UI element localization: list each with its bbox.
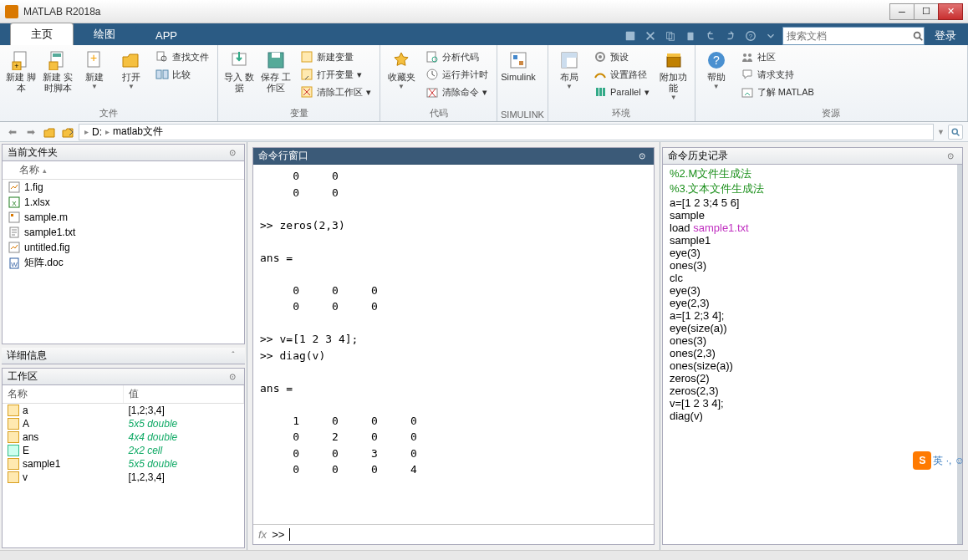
file-row[interactable]: sample1.txt [3, 225, 244, 240]
import-data-button[interactable]: 导入 数据 [222, 47, 257, 97]
support-button[interactable]: 请求支持 [737, 66, 818, 83]
back-button[interactable]: ⬅ [5, 125, 20, 140]
history-line[interactable]: eye(3) [666, 284, 954, 297]
open-var-button[interactable]: 打开变量 ▾ [297, 66, 374, 83]
new-script-button[interactable]: + 新建 脚本 [3, 47, 38, 97]
tab-plots[interactable]: 绘图 [74, 23, 135, 45]
compare-button[interactable]: 比较 [152, 66, 212, 83]
path-drive[interactable]: D: [92, 126, 102, 138]
history-line[interactable]: ones(size(a)) [666, 359, 954, 372]
command-output[interactable]: 0 0 0 0 >> zeros(2,3) ans = 0 0 0 0 0 0 … [253, 165, 654, 524]
details-panel[interactable]: 详细信息 ˆ [2, 348, 245, 364]
clear-cmd-button[interactable]: 清除命令 ▾ [422, 84, 492, 100]
details-expand-icon[interactable]: ˆ [227, 349, 240, 363]
file-row[interactable]: sample.m [3, 210, 244, 225]
workspace-row[interactable]: sample15x5 double [3, 457, 244, 471]
command-prompt-row[interactable]: fx >> [253, 524, 654, 544]
history-line[interactable]: ones(3) [666, 334, 954, 347]
undo-icon[interactable] [702, 28, 719, 44]
help-button[interactable]: ? 帮助 ▼ [699, 47, 734, 94]
workspace-header[interactable]: 名称 值 [3, 385, 244, 404]
workspace-row[interactable]: A5x5 double [3, 417, 244, 430]
history-line[interactable]: sample1 [666, 234, 954, 247]
command-window-header[interactable]: 命令行窗口 ⊙ [253, 148, 654, 165]
close-button[interactable]: ✕ [938, 3, 963, 20]
file-row[interactable]: 1.fig [3, 180, 244, 195]
ime-text: 英 ·, ☺ [933, 454, 965, 468]
folder-header[interactable]: 名称 ▴ [3, 161, 244, 180]
minimize-button[interactable]: ─ [889, 3, 915, 20]
runtime-button[interactable]: 运行并计时 [422, 66, 492, 83]
history-line[interactable]: ones(3) [666, 259, 954, 272]
new-button[interactable]: + 新建 ▼ [77, 47, 112, 94]
path-folder[interactable]: matlab文件 [113, 125, 163, 139]
workspace-row[interactable]: E2x2 cell [3, 444, 244, 457]
paste-icon[interactable] [682, 28, 699, 44]
history-line[interactable]: zeros(2,3) [666, 384, 954, 397]
learn-button[interactable]: 了解 MATLAB [737, 84, 818, 100]
setpath-button[interactable]: 设置路径 [590, 66, 653, 83]
save-workspace-button[interactable]: 保存 工作区 [258, 47, 293, 97]
browse-button[interactable] [60, 125, 75, 140]
tab-apps[interactable]: APP [135, 26, 197, 45]
tab-home[interactable]: 主页 [10, 23, 74, 45]
history-body[interactable]: %2.M文件生成法%3.文本文件生成法a=[1 2 3;4 5 6]sample… [663, 165, 962, 544]
workspace-row[interactable]: ans4x4 double [3, 430, 244, 444]
file-row[interactable]: W矩阵.doc [3, 255, 244, 271]
forward-button[interactable]: ➡ [23, 125, 38, 140]
fx-icon[interactable]: fx [258, 528, 267, 541]
history-line[interactable]: ones(2,3) [666, 347, 954, 359]
panel-menu-button[interactable]: ⊙ [226, 370, 239, 384]
favorites-button[interactable]: 收藏夹 ▼ [384, 47, 419, 94]
history-line[interactable]: load sample1.txt [666, 221, 954, 234]
history-line[interactable]: diag(v) [666, 410, 954, 422]
analyze-button[interactable]: 分析代码 [422, 48, 492, 65]
panel-menu-button[interactable]: ⊙ [944, 150, 957, 163]
history-line[interactable]: eye(2,3) [666, 297, 954, 309]
history-line[interactable]: a=[1 2 3;4 5 6] [666, 196, 954, 209]
history-line[interactable]: eye(size(a)) [666, 322, 954, 334]
history-line[interactable]: %3.文本文件生成法 [666, 181, 954, 196]
up-folder-button[interactable] [42, 125, 57, 140]
find-files-button[interactable]: 查找文件 [152, 48, 212, 65]
doc-search-input[interactable] [787, 30, 912, 42]
history-line[interactable]: zeros(2) [666, 372, 954, 384]
workspace-row[interactable]: v[1,2,3,4] [3, 471, 244, 484]
panel-menu-button[interactable]: ⊙ [226, 146, 239, 160]
file-row[interactable]: X1.xlsx [3, 195, 244, 210]
redo-icon[interactable] [722, 28, 739, 44]
maximize-button[interactable]: ☐ [914, 3, 939, 20]
history-line[interactable]: clc [666, 272, 954, 284]
addons-button[interactable]: 附加功能 ▼ [656, 47, 691, 104]
workspace-row[interactable]: a[1,2;3,4] [3, 404, 244, 417]
layout-button[interactable]: 布局 ▼ [552, 47, 587, 94]
new-var-button[interactable]: 新建变量 [297, 48, 374, 65]
file-name: sample.m [24, 211, 68, 223]
path-search-button[interactable] [948, 125, 963, 140]
history-line[interactable]: v=[1 2 3 4]; [666, 397, 954, 410]
path-box[interactable]: ▸ D: ▸ matlab文件 [79, 124, 934, 140]
history-line[interactable]: %2.M文件生成法 [666, 166, 954, 181]
new-live-script-button[interactable]: 新建 实时脚本 [40, 47, 75, 97]
history-line[interactable]: eye(3) [666, 247, 954, 259]
history-line[interactable]: sample [666, 209, 954, 221]
parallel-button[interactable]: Parallel ▾ [590, 84, 653, 100]
community-button[interactable]: 社区 [737, 48, 818, 65]
simulink-button[interactable]: Simulink [501, 47, 536, 86]
panel-menu-button[interactable]: ⊙ [635, 150, 649, 163]
ime-indicator[interactable]: S 英 ·, ☺ [913, 451, 965, 470]
prefs-button[interactable]: 预设 [590, 48, 653, 65]
doc-search[interactable] [782, 27, 925, 45]
history-line[interactable]: a=[1 2;3 4]; [666, 309, 954, 322]
save-icon[interactable] [622, 28, 639, 44]
clear-ws-button[interactable]: 清除工作区 ▾ [297, 84, 374, 100]
login-button[interactable]: 登录 [928, 28, 963, 43]
file-row[interactable]: untitled.fig [3, 240, 244, 255]
qat-dropdown-icon[interactable] [762, 28, 779, 44]
copy-icon[interactable] [662, 28, 679, 44]
cut-icon[interactable] [642, 28, 659, 44]
help-qat-icon[interactable]: ? [742, 28, 759, 44]
code-group-label: 代码 [384, 106, 493, 121]
search-icon[interactable] [912, 30, 924, 42]
open-button[interactable]: 打开 ▼ [114, 47, 149, 94]
